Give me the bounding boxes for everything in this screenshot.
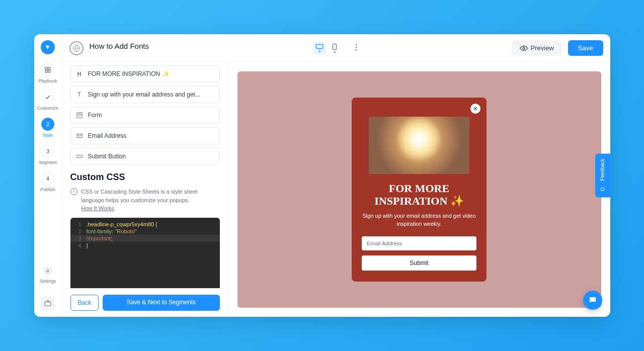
nav-style[interactable]: 2 Style (41, 118, 54, 138)
popup-submit-button[interactable]: Submit (362, 255, 476, 271)
mobile-icon (332, 43, 337, 50)
nav-label: Segment (39, 160, 57, 165)
nav-label: Style (43, 133, 53, 138)
element-label: Submit Button (88, 153, 126, 160)
svg-rect-1 (48, 67, 50, 69)
more-options-button[interactable] (353, 42, 359, 55)
nav-label: Customize (37, 106, 59, 111)
svg-point-4 (47, 270, 49, 272)
step-2-icon: 2 (41, 118, 54, 131)
svg-point-10 (356, 46, 357, 48)
svg-rect-15 (76, 155, 82, 157)
nav-segment[interactable]: 3 Segment (39, 145, 57, 165)
css-code-editor[interactable]: 1.headline-p_cqwpr5xy4m80 {2font-family:… (70, 218, 220, 289)
close-icon (473, 107, 477, 111)
svg-rect-14 (76, 134, 82, 138)
popup-close-button[interactable] (470, 104, 480, 114)
feedback-tab[interactable]: Feedback ☺ (595, 154, 610, 198)
device-toggle (313, 42, 359, 55)
nav-settings[interactable]: Settings (40, 268, 56, 284)
svg-rect-0 (45, 67, 47, 69)
popup-headline: FOR MORE INSPIRATION ✨ (362, 182, 476, 208)
smiley-icon: ☺ (599, 185, 606, 192)
element-label: Email Address (88, 132, 127, 139)
element-row-1[interactable]: TSign up with your email address and get… (70, 86, 220, 103)
chat-icon (588, 296, 597, 305)
element-icon: T (76, 91, 83, 98)
topbar: How to Add Fonts - Preview Save (62, 34, 610, 62)
element-row-0[interactable]: HFOR MORE INSPIRATION ✨ (70, 65, 220, 82)
popup-description: Sign up with your email address and get … (362, 212, 476, 228)
how-it-works-link[interactable]: How It Works (82, 205, 114, 211)
nav-publish[interactable]: 4 Publish (40, 172, 55, 192)
sidebar-nav: Playbook Customize 2 Style 3 Segment 4 P… (34, 34, 62, 317)
gear-icon (44, 268, 51, 277)
svg-rect-7 (316, 44, 323, 48)
popup-image (369, 117, 469, 174)
element-icon (76, 132, 83, 139)
svg-rect-8 (333, 44, 337, 49)
app-window: Playbook Customize 2 Style 3 Segment 4 P… (34, 34, 610, 317)
chat-button[interactable] (583, 291, 602, 310)
nav-customize[interactable]: Customize (37, 91, 59, 111)
feedback-label: Feedback (600, 159, 605, 181)
popup-preview: FOR MORE INSPIRATION ✨ Sign up with your… (352, 98, 487, 282)
save-button[interactable]: Save (568, 40, 603, 56)
preview-canvas: FOR MORE INSPIRATION ✨ Sign up with your… (228, 34, 610, 317)
popup-email-input[interactable] (362, 236, 476, 250)
page-subtitle: - (90, 50, 149, 55)
canvas-background: FOR MORE INSPIRATION ✨ Sign up with your… (237, 71, 601, 308)
svg-rect-5 (45, 302, 51, 306)
element-row-2[interactable]: Form (70, 107, 220, 124)
element-row-4[interactable]: Submit Button (70, 148, 220, 165)
element-icon (76, 112, 83, 119)
more-vertical-icon (355, 44, 357, 51)
doc-title-block: How to Add Fonts - (90, 42, 149, 55)
check-icon (41, 91, 54, 104)
nav-label: Playbook (38, 78, 57, 83)
grid-icon (41, 63, 54, 76)
element-icon (76, 153, 83, 160)
svg-point-11 (356, 49, 357, 50)
app-logo[interactable] (41, 40, 55, 54)
custom-css-heading: Custom CSS (70, 172, 220, 183)
info-text: i CSS or Cascading Style Sheets is a sty… (70, 188, 220, 213)
info-description: CSS or Cascading Style Sheets is a style… (82, 189, 198, 203)
nav-label: Settings (40, 279, 56, 284)
element-row-3[interactable]: Email Address (70, 127, 220, 144)
save-next-button[interactable]: Save & Next to Segments (103, 295, 219, 311)
preview-button[interactable]: Preview (512, 40, 562, 56)
globe-icon[interactable] (69, 41, 84, 55)
page-title: How to Add Fonts (90, 42, 149, 50)
back-button[interactable]: Back (70, 295, 99, 311)
nav-playbook[interactable]: Playbook (38, 63, 57, 83)
nav-label: Publish (40, 187, 55, 192)
step-3-icon: 3 (41, 145, 54, 158)
svg-point-12 (523, 47, 525, 49)
preview-label: Preview (531, 44, 554, 52)
svg-point-9 (356, 44, 357, 45)
edit-panel: HFOR MORE INSPIRATION ✨TSign up with you… (62, 34, 228, 317)
svg-rect-2 (45, 70, 47, 72)
svg-rect-3 (48, 70, 50, 72)
desktop-icon (315, 44, 324, 50)
mobile-view-button[interactable] (328, 42, 341, 55)
panel-footer: Back Save & Next to Segments (62, 288, 228, 317)
element-label: Sign up with your email address and get.… (88, 91, 200, 98)
info-icon: i (70, 188, 77, 195)
element-label: Form (88, 112, 102, 119)
briefcase-button[interactable] (40, 296, 55, 311)
element-label: FOR MORE INSPIRATION ✨ (88, 70, 170, 77)
step-4-icon: 4 (41, 172, 54, 185)
eye-icon (520, 45, 528, 51)
element-icon: H (76, 70, 83, 77)
desktop-view-button[interactable] (313, 42, 326, 55)
